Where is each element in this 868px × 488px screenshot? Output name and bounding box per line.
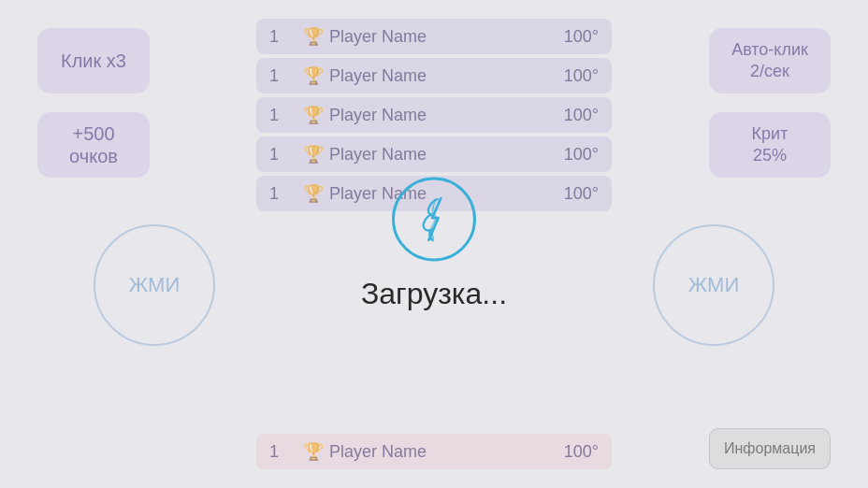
row-rank: 1 [269,184,297,204]
bottom-row-rank: 1 [269,442,297,462]
row-icon: 🏆 [303,105,324,125]
bolt-icon [415,196,453,243]
loader-circle [392,178,476,262]
row-rank: 1 [269,145,297,165]
bottom-row-name: Player Name [329,442,564,462]
row-name: Player Name [329,66,564,86]
auto-click-button[interactable]: Авто-клик 2/сек [709,28,831,93]
auto-click-label: Авто-клик 2/сек [731,39,808,83]
row-rank: 1 [269,27,297,47]
crit-button[interactable]: Крит 25% [709,112,831,178]
loading-text: Загрузка... [361,277,507,311]
row-icon: 🏆 [303,26,324,47]
row-score: 100° [564,66,599,86]
plus-500-label: +500 очков [69,122,118,167]
row-score: 100° [564,184,599,204]
row-name: Player Name [329,145,564,165]
leaderboard-row-bottom: 1 🏆 Player Name 100° [256,434,612,469]
crit-label: Крит 25% [752,123,788,167]
plus-500-button[interactable]: +500 очков [37,112,150,178]
info-button[interactable]: Информация [709,428,831,469]
press-right-button[interactable]: ЖМИ [653,224,774,346]
bottom-row-score: 100° [564,442,599,462]
press-left-button[interactable]: ЖМИ [94,224,215,346]
leaderboard-row: 1 🏆 Player Name 100° [256,19,612,54]
leaderboard-row: 1 🏆 Player Name 100° [256,58,612,93]
row-icon: 🏆 [303,183,324,204]
press-right-label: ЖМИ [688,273,739,297]
leaderboard-row: 1 🏆 Player Name 100° [256,136,612,172]
row-score: 100° [564,106,599,125]
click-x3-button[interactable]: Клик х3 [37,28,150,93]
row-name: Player Name [329,106,564,125]
row-icon: 🏆 [303,144,324,165]
row-rank: 1 [269,66,297,86]
press-left-label: ЖМИ [129,273,180,297]
row-rank: 1 [269,106,297,125]
bottom-row-icon: 🏆 [303,441,324,462]
row-score: 100° [564,27,599,47]
row-name: Player Name [329,27,564,47]
row-score: 100° [564,145,599,165]
click-x3-label: Клик х3 [61,50,126,72]
info-label: Информация [724,440,816,457]
leaderboard-bottom: 1 🏆 Player Name 100° [256,434,612,469]
loading-overlay: Загрузка... [361,178,507,311]
row-icon: 🏆 [303,65,324,86]
leaderboard-row: 1 🏆 Player Name 100° [256,97,612,133]
